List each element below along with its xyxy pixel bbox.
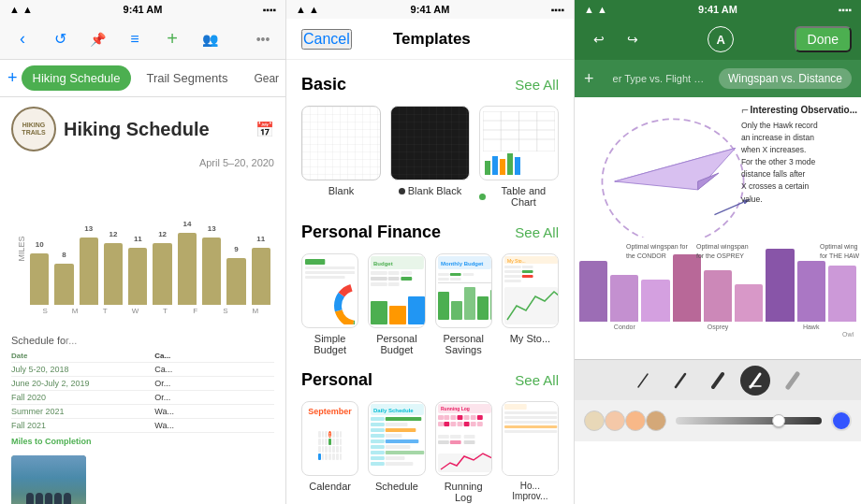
personal-templates: September 1	[301, 401, 559, 503]
svg-text:Running Log: Running Log	[441, 406, 470, 411]
pin-button[interactable]: 📌	[82, 24, 112, 54]
drawing-toolbar	[575, 359, 861, 400]
p3-tab-wingspan[interactable]: Wingspan vs. Distance	[719, 68, 852, 89]
marker-tool[interactable]	[778, 366, 808, 396]
p3-bar-2	[641, 280, 669, 322]
more-button[interactable]: •••	[248, 24, 278, 54]
schedule-row-1: June 20-July 2, 2019 Or...	[11, 377, 274, 391]
svg-rect-9	[485, 161, 490, 175]
bar-label-6: 14	[182, 220, 191, 228]
undo-button[interactable]: ↺	[45, 24, 75, 54]
svg-text:Daily Schedule: Daily Schedule	[373, 408, 414, 413]
tab-hiking-schedule[interactable]: Hiking Schedule	[22, 65, 132, 91]
svg-rect-99	[449, 440, 460, 444]
p3-back-button[interactable]: ↩	[584, 28, 614, 50]
owl-label: Owl	[575, 331, 861, 338]
svg-text:My Sto...: My Sto...	[507, 258, 526, 264]
template-home-improv[interactable]: Ho... Improv...	[502, 401, 559, 503]
template-simple-budget[interactable]: Simple Budget	[301, 253, 358, 355]
template-blank-black[interactable]: Blank Black	[390, 106, 470, 208]
schedule-row-2: Fall 2020 Or...	[11, 391, 274, 405]
annotation-title: ⌐ Interesting Observatio...	[741, 103, 857, 118]
swatch-2[interactable]	[625, 410, 646, 431]
template-running-log[interactable]: Running Log	[435, 401, 492, 503]
svg-rect-47	[477, 296, 489, 320]
battery-icon-2: ▪▪▪▪	[551, 5, 564, 15]
stock-svg: My Sto...	[503, 254, 558, 327]
svg-rect-27	[371, 277, 387, 281]
svg-line-116	[676, 374, 685, 387]
tab-gear[interactable]: Gear	[242, 66, 286, 91]
pen-medium-tool[interactable]	[665, 366, 695, 396]
svg-rect-55	[504, 275, 521, 278]
finance-see-all[interactable]: See All	[515, 224, 559, 240]
svg-rect-105	[504, 416, 557, 419]
svg-line-113	[714, 202, 743, 214]
marker-icon	[783, 371, 802, 390]
mini-chart-svg	[483, 151, 555, 175]
tab-add-button[interactable]: +	[7, 65, 18, 92]
schedule-row-3: Summer 2021 Wa...	[11, 405, 274, 419]
p3-tab-flight-type[interactable]: er Type vs. Flight time	[604, 69, 715, 88]
condor-label: Condor	[579, 324, 670, 330]
template-table-chart[interactable]: Table and Chart	[479, 106, 559, 208]
schedule-row-4: Fall 2021 Wa...	[11, 419, 274, 433]
tab-trail-segments[interactable]: Trail Segments	[135, 65, 239, 91]
schedule-header: Date Ca...	[11, 350, 274, 363]
section-basic-header: Basic See All	[301, 75, 559, 94]
eraser-tool[interactable]	[740, 366, 770, 396]
color-row	[575, 400, 861, 441]
chart-annotation-hawk: Optimal wing for THE HAW	[820, 242, 859, 261]
svg-rect-72	[386, 445, 411, 449]
swatch-1[interactable]	[605, 410, 625, 431]
p3-forward-button[interactable]: ↪	[618, 28, 648, 50]
pen-thick-tool[interactable]	[703, 366, 733, 396]
svg-rect-70	[386, 439, 419, 443]
p3-done-button[interactable]: Done	[795, 26, 852, 52]
p3-avatar: A	[708, 26, 734, 52]
personal-savings-thumb: Monthly Budget	[435, 253, 492, 328]
cancel-button[interactable]: Cancel	[301, 29, 352, 50]
swatch-0[interactable]	[584, 410, 605, 431]
p3-tab-bar: + er Type vs. Flight time Wingspan vs. D…	[575, 60, 861, 97]
template-my-stock[interactable]: My Sto... My Sto...	[502, 253, 559, 355]
p3-bar-6	[766, 249, 794, 322]
svg-rect-104	[504, 411, 557, 414]
opacity-slider[interactable]	[676, 417, 822, 425]
svg-rect-76	[386, 456, 405, 460]
p3-tab-add[interactable]: +	[584, 69, 594, 89]
svg-rect-88	[438, 422, 444, 426]
templates-body[interactable]: Basic See All Blank	[286, 60, 574, 504]
status-time-1: 9:41 AM	[124, 4, 163, 15]
svg-rect-1	[391, 107, 469, 180]
list-button[interactable]: ≡	[120, 24, 150, 54]
y-axis-label: MILES	[17, 236, 26, 261]
p3-bar-0	[579, 261, 607, 322]
svg-rect-69	[371, 439, 385, 443]
template-schedule[interactable]: Daily Schedule	[368, 401, 425, 503]
pen-thin-tool[interactable]	[628, 366, 658, 396]
personal-budget-svg: Budget	[369, 254, 424, 327]
add-button[interactable]: +	[157, 24, 187, 54]
color-picker[interactable]	[831, 410, 852, 431]
miles-completion: Miles to Completion	[11, 437, 274, 446]
template-calendar[interactable]: September 1	[301, 401, 358, 503]
back-button[interactable]: ‹	[7, 24, 37, 54]
basic-templates: Blank Blank Black	[301, 106, 559, 208]
template-personal-savings[interactable]: Monthly Budget Personal Savin	[435, 253, 492, 355]
battery-icon-3: ▪▪▪▪	[839, 5, 852, 15]
basic-see-all[interactable]: See All	[515, 77, 559, 93]
svg-rect-106	[504, 421, 557, 424]
collab-button[interactable]: 👥	[195, 24, 225, 54]
cal-month: September	[302, 407, 358, 416]
svg-rect-103	[504, 404, 527, 410]
svg-line-118	[751, 374, 760, 387]
personal-see-all[interactable]: See All	[515, 372, 559, 388]
template-blank[interactable]: Blank	[301, 106, 381, 208]
bar-7: 13	[202, 238, 221, 305]
svg-rect-26	[401, 271, 413, 275]
p3-x-labels: Condor Osprey Hawk	[575, 324, 861, 330]
svg-rect-11	[500, 159, 505, 175]
template-personal-budget[interactable]: Budget Personal	[368, 253, 425, 355]
swatch-3[interactable]	[646, 410, 666, 431]
